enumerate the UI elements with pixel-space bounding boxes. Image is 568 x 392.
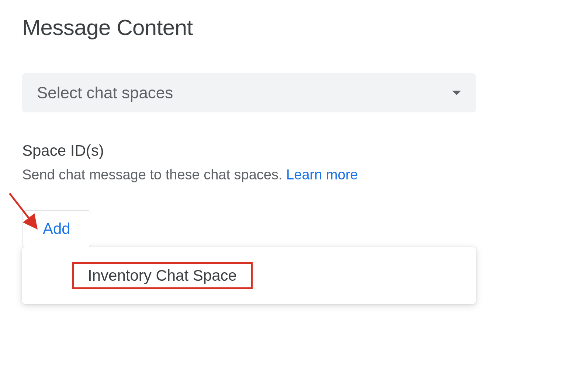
chevron-down-icon — [452, 91, 461, 95]
space-ids-description-text: Send chat message to these chat spaces. — [22, 167, 286, 182]
page-title: Message Content — [22, 15, 546, 40]
svg-line-3 — [10, 193, 35, 227]
learn-more-link[interactable]: Learn more — [286, 167, 358, 182]
space-ids-description: Send chat message to these chat spaces. … — [22, 167, 546, 183]
chat-space-dropdown-panel: Inventory Chat Space — [22, 247, 476, 304]
space-ids-heading: Space ID(s) — [22, 142, 546, 160]
annotation-arrow-icon — [6, 192, 43, 232]
chat-space-option-highlighted[interactable]: Inventory Chat Space — [72, 262, 253, 289]
select-chat-spaces-dropdown[interactable]: Select chat spaces — [22, 73, 476, 112]
chat-space-name: Inventory Chat Space — [80, 263, 244, 288]
select-chat-spaces-label: Select chat spaces — [37, 84, 173, 102]
